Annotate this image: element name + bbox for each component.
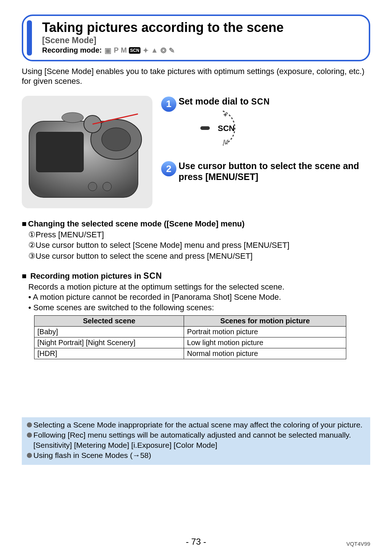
step-2-bullet: 2 (161, 161, 176, 176)
change-step-2: ②Use cursor button to select [Scene Mode… (28, 240, 370, 251)
page-title: Taking pictures according to the scene (42, 20, 360, 35)
note-1: Selecting a Scene Mode inappropriate for… (33, 420, 363, 430)
motion-line1: Records a motion picture at the optimum … (28, 282, 370, 292)
svg-point-7 (103, 182, 111, 191)
scene-table: Selected scene Scenes for motion picture… (34, 315, 346, 359)
intro-text: Using [Scene Mode] enables you to take p… (22, 66, 370, 86)
cell: [Night Portrait] [Night Scenery] (34, 337, 184, 348)
step-2: 2 Use cursor button to select the scene … (161, 160, 370, 182)
cell: Normal motion picture (184, 348, 346, 359)
svg-text:✦: ✦ (223, 112, 228, 118)
motion-heading-text: Recording motion pictures in (30, 271, 143, 280)
svg-point-6 (88, 182, 97, 191)
note-2b: [Sensitivity] [Metering Mode] [i.Exposur… (33, 441, 365, 450)
auto-icon: ▣ (105, 46, 111, 55)
mode-dial-illustration: ✦ SCN M (197, 108, 270, 150)
svg-rect-3 (36, 132, 83, 172)
table-row: [Baby] Portrait motion picture (34, 326, 346, 337)
step-1-bullet: 1 (161, 97, 176, 112)
page-number: - 73 - (0, 537, 392, 547)
th-selected: Selected scene (34, 315, 184, 326)
svg-rect-12 (200, 126, 210, 130)
svg-point-2 (102, 128, 131, 151)
p-mode-icon: P (114, 46, 118, 54)
step-1-text: Set mode dial to (179, 96, 251, 106)
notes-box: Selecting a Scene Mode inappropriate for… (22, 417, 370, 465)
subtitle: [Scene Mode] (42, 36, 360, 45)
camera-svg (22, 96, 152, 208)
recording-mode-line: Recording mode: ▣ P M SCN ✦ ▲ ❂ ✎ (42, 46, 360, 55)
night-mode-icon: ❂ (160, 46, 167, 55)
accent-bar (27, 20, 32, 56)
th-motion: Scenes for motion picture (184, 315, 346, 326)
motion-bullet-2: Some scenes are switched to the followin… (28, 303, 370, 313)
change-step-1: ①Press [MENU/SET] (28, 229, 370, 240)
scn-text: SCN (251, 97, 270, 106)
table-row: [Night Portrait] [Night Scenery] Low lig… (34, 337, 346, 348)
m-mode-icon: M (121, 46, 127, 54)
cell: Low light motion picture (184, 337, 346, 348)
section-change-heading: Changing the selected scene mode ([Scene… (22, 219, 370, 229)
camera-illustration (22, 96, 152, 208)
cell: Portrait motion picture (184, 326, 346, 337)
title-panel: Taking pictures according to the scene [… (22, 15, 370, 61)
scn-mode-icon: SCN (129, 47, 140, 54)
change-step-3: ③Use cursor button to select the scene a… (28, 251, 370, 262)
landscape-mode-icon: ▲ (151, 46, 158, 54)
svg-point-8 (62, 112, 83, 123)
bullet-icon (27, 433, 32, 438)
svg-text:SCN: SCN (218, 124, 234, 133)
cell: [HDR] (34, 348, 184, 359)
motion-heading-scn: SCN (143, 271, 162, 280)
sport-mode-icon: ✦ (143, 46, 149, 55)
doc-number: VQT4V99 (346, 541, 370, 547)
step-1: 1 Set mode dial to SCN ✦ SCN M (161, 96, 370, 154)
bullet-icon (27, 422, 32, 427)
step-2-text: Use cursor button to select the scene an… (179, 160, 370, 182)
cell: [Baby] (34, 326, 184, 337)
note-3: Using flash in Scene Modes (→58) (33, 451, 151, 460)
custom-mode-icon: ✎ (169, 46, 175, 55)
section-motion-heading: Recording motion pictures in SCN (22, 271, 370, 281)
mode-icons: ▣ P M SCN ✦ ▲ ❂ ✎ (105, 46, 175, 55)
bullet-icon (27, 453, 32, 458)
note-2: Following [Rec] menu settings will be au… (33, 430, 351, 440)
recording-mode-label: Recording mode: (42, 46, 102, 54)
motion-bullet-1: A motion picture cannot be recorded in [… (28, 292, 370, 303)
svg-text:M: M (223, 139, 229, 146)
table-row: [HDR] Normal motion picture (34, 348, 346, 359)
